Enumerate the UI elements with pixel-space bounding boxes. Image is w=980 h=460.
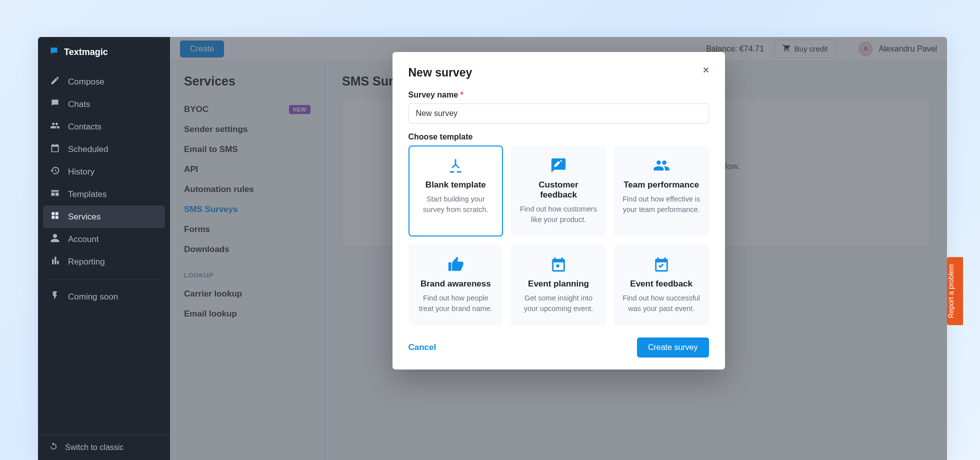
template-desc: Get some insight into your upcoming even… <box>520 293 598 314</box>
nav-label: Contacts <box>68 122 102 132</box>
template-title: Event planning <box>528 279 589 289</box>
chat-icon <box>50 98 60 110</box>
calendar-icon <box>50 143 60 156</box>
report-problem-tab[interactable]: Report a problem <box>947 257 963 325</box>
required-asterisk: * <box>458 90 464 99</box>
templates-icon <box>50 188 60 200</box>
template-desc: Find out how effective is your team perf… <box>622 194 700 215</box>
nav-item-templates[interactable]: Templates <box>43 183 165 206</box>
template-grid: Blank template Start building your surve… <box>408 146 709 326</box>
brand: Textmagic <box>38 37 170 68</box>
nav-label: History <box>68 167 94 177</box>
modal-title: New survey <box>408 66 709 80</box>
nav-label: Account <box>68 234 98 244</box>
nav-item-history[interactable]: History <box>43 160 165 183</box>
calendar-dot-icon <box>550 256 567 273</box>
template-brand-awareness[interactable]: Brand awareness Find out how people trea… <box>408 244 504 326</box>
template-desc: Find out how customers like your product… <box>520 204 598 225</box>
new-survey-modal: New survey Survey name * Choose template… <box>392 52 725 370</box>
template-event-feedback[interactable]: Event feedback Find out how successful w… <box>614 244 709 326</box>
nav-label: Compose <box>68 77 104 87</box>
nav-item-reporting[interactable]: Reporting <box>43 250 165 273</box>
modal-footer: Cancel Create survey <box>408 338 709 358</box>
nav-label: Scheduled <box>68 144 108 154</box>
template-blank[interactable]: Blank template Start building your surve… <box>408 146 504 236</box>
template-title: Blank template <box>426 180 486 190</box>
template-title: Event feedback <box>630 279 692 289</box>
app-window: Textmagic Compose Chats Contacts Schedul… <box>38 37 947 460</box>
template-title: Customer feedback <box>520 180 598 200</box>
template-desc: Find out how successful was your past ev… <box>622 293 700 314</box>
survey-name-label: Survey name * <box>408 90 709 100</box>
template-customer-feedback[interactable]: Customer feedback Find out how customers… <box>511 146 606 236</box>
switch-icon <box>49 442 58 453</box>
nav-divider <box>50 279 158 280</box>
main-area: Create Balance: €74.71 Buy credit A Alex… <box>170 37 947 460</box>
contacts-icon <box>50 120 60 133</box>
survey-name-input[interactable] <box>408 104 709 124</box>
nav-item-compose[interactable]: Compose <box>43 70 165 93</box>
nav-item-services[interactable]: Services <box>43 206 165 228</box>
nav-label: Chats <box>68 100 90 110</box>
brand-icon <box>49 46 59 58</box>
account-icon <box>50 233 60 246</box>
nav-item-chats[interactable]: Chats <box>43 93 165 116</box>
calendar-check-icon <box>653 256 670 273</box>
team-icon <box>653 157 670 174</box>
template-desc: Start building your survey from scratch. <box>417 194 495 215</box>
nav-label: Templates <box>68 190 106 200</box>
template-title: Brand awareness <box>420 279 491 289</box>
reporting-icon <box>50 256 60 268</box>
nav-item-account[interactable]: Account <box>43 228 165 250</box>
switch-label: Switch to classic <box>65 443 124 452</box>
create-survey-button[interactable]: Create survey <box>637 338 709 358</box>
sidebar-footer[interactable]: Switch to classic <box>38 434 170 460</box>
modal-overlay: New survey Survey name * Choose template… <box>170 37 947 460</box>
nav-item-scheduled[interactable]: Scheduled <box>43 138 165 160</box>
nav-label: Coming soon <box>68 292 118 302</box>
template-team-performance[interactable]: Team performance Find out how effective … <box>614 146 709 236</box>
template-title: Team performance <box>624 180 699 190</box>
nav-item-contacts[interactable]: Contacts <box>43 116 165 138</box>
thumb-up-icon <box>447 256 464 273</box>
nav-label: Reporting <box>68 257 105 267</box>
bolt-icon <box>50 290 60 303</box>
template-event-planning[interactable]: Event planning Get some insight into you… <box>511 244 606 326</box>
compose-icon <box>50 76 60 88</box>
history-icon <box>50 166 60 178</box>
close-icon[interactable] <box>699 63 713 77</box>
nav-list: Compose Chats Contacts Scheduled History… <box>38 68 170 434</box>
template-desc: Find out how people treat your brand nam… <box>417 293 495 314</box>
brand-text: Textmagic <box>64 47 108 58</box>
nav-item-coming-soon[interactable]: Coming soon <box>43 286 165 308</box>
feedback-icon <box>550 157 567 174</box>
choose-template-label: Choose template <box>408 132 709 142</box>
cancel-button[interactable]: Cancel <box>408 342 436 352</box>
nav-label: Services <box>68 212 100 222</box>
services-icon <box>50 210 60 223</box>
sidebar: Textmagic Compose Chats Contacts Schedul… <box>38 37 170 460</box>
split-icon <box>447 157 464 174</box>
